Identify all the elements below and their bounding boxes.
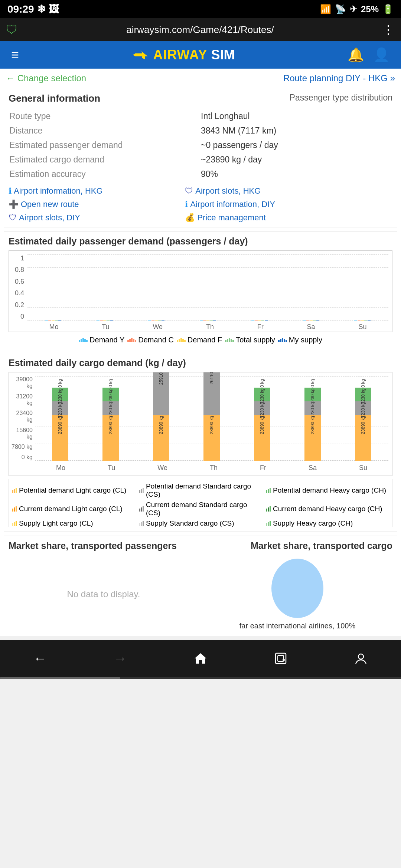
bar-group	[45, 320, 61, 320]
logo-sim: SIM	[211, 47, 235, 63]
x-label: Mo	[56, 464, 65, 472]
y-label: 23400 kg	[9, 410, 33, 423]
legend-label: Demand C	[138, 336, 174, 344]
cargo-legend[interactable]: Potential demand Light cargo (CL)Potenti…	[9, 479, 392, 527]
browser-menu-icon[interactable]: ⋮	[382, 23, 395, 37]
cargo-x-axis: MoTuWeThFrSaSu	[35, 464, 388, 472]
content-area: ← Change selectionRoute planning DIY - H…	[0, 69, 401, 636]
cargo-bar-group: 23890 kg7230 kg7230 kg0 kg	[102, 376, 119, 461]
cargo-bar-segment: 25910 kg	[153, 372, 169, 415]
info-label: Estimated passenger demand	[9, 138, 200, 152]
cargo-legend-label: Current demand Standard cargo (CS)	[146, 501, 262, 517]
cargo-bar-segment: 7230 kg	[52, 388, 68, 401]
y-label: 15600 kg	[9, 427, 33, 440]
profile-icon	[354, 652, 368, 665]
tabs-button[interactable]	[270, 647, 292, 670]
chart-bar	[251, 320, 254, 320]
general-info-table: Route typeIntl LonghaulDistance3843 NM (…	[9, 109, 392, 182]
passenger-chart-legend: Demand YDemand CDemand FTotal supplyMy s…	[9, 336, 392, 344]
cargo-bar-label: 23890 kg	[58, 416, 63, 434]
status-bar: 09:29 ❄ 🖼 📶 📡 ✈ 25% 🔋	[0, 0, 401, 18]
chart-bar	[358, 320, 361, 320]
chart-bar	[162, 320, 164, 320]
cargo-legend-item: Current demand Heavy cargo (CH)	[266, 501, 389, 517]
cargo-legend-item: Potential demand Standard cargo (CS)	[139, 482, 262, 499]
cargo-bottom-label: 0 kg	[310, 379, 315, 388]
info-link[interactable]: ℹAirport information, HKG	[9, 186, 181, 196]
back-button[interactable]: ←	[29, 647, 51, 670]
chart-bar	[203, 320, 206, 320]
info-label: Distance	[9, 124, 200, 138]
x-label: We	[157, 464, 167, 472]
cargo-bar-group: 23890 kg26110 kg7230 kg0 kg	[203, 376, 220, 461]
legend-item: Demand C	[127, 336, 174, 344]
home-button[interactable]	[189, 647, 212, 670]
info-link[interactable]: 💰Price management	[185, 213, 358, 223]
cargo-legend-item: Supply Heavy cargo (CH)	[266, 519, 389, 527]
chart-bar	[265, 320, 268, 320]
scrollbar-thumb[interactable]	[0, 677, 120, 679]
bar-group	[303, 320, 319, 320]
info-label: Route type	[9, 109, 200, 123]
info-links: ℹAirport information, HKG🛡Airport slots,…	[9, 186, 392, 223]
notification-bell-icon[interactable]: 🔔	[348, 47, 364, 63]
cargo-bottom-label: 0 kg	[361, 379, 366, 388]
cargo-bar-label: 23890 kg	[159, 416, 164, 434]
user-profile-icon[interactable]: 👤	[373, 47, 390, 63]
chart-bar	[200, 320, 203, 320]
nav-bar: ≡ AIRWAYSIM 🔔 👤	[0, 41, 401, 69]
change-selection-link[interactable]: ← Change selection	[6, 73, 86, 83]
cargo-legend-label: Supply Light cargo (CL)	[19, 519, 93, 527]
bottom-navigation: ← →	[0, 640, 401, 677]
forward-button[interactable]: →	[109, 647, 131, 670]
cargo-legend-label: Potential demand Standard cargo (CS)	[146, 482, 262, 499]
info-link[interactable]: 🛡Airport slots, DIY	[9, 213, 181, 223]
bar-group	[97, 320, 113, 320]
route-planning-link[interactable]: Route planning DIY - HKG »	[283, 73, 395, 83]
y-label: 0	[9, 313, 24, 320]
hamburger-menu-icon[interactable]: ≡	[11, 47, 19, 63]
market-passengers-half: No data to display.	[9, 557, 199, 631]
chart-bar	[310, 320, 313, 320]
cargo-legend-row: Potential demand Light cargo (CL)Potenti…	[12, 482, 389, 499]
info-link[interactable]: ➕Open new route	[9, 200, 181, 209]
cargo-bar-segment: 23890 kg	[355, 415, 371, 461]
profile-button[interactable]	[350, 647, 372, 670]
cargo-legend-row: Supply Light cargo (CL)Supply Standard c…	[12, 519, 389, 527]
chart-bar	[52, 320, 55, 320]
cargo-bar-segment: 26110 kg	[203, 372, 220, 415]
cargo-bar-group: 23890 kg7230 kg7230 kg0 kg	[304, 376, 321, 461]
cargo-bar-label: 7230 kg	[58, 388, 63, 404]
airplane-icon: ✈	[350, 4, 357, 14]
info-table-row: Estimated passenger demand~0 passengers …	[9, 138, 392, 152]
cargo-legend-item: Potential demand Heavy cargo (CH)	[266, 482, 389, 499]
info-label: Estimation accuracy	[9, 167, 200, 181]
cargo-bar-label: 7230 kg	[260, 402, 265, 418]
chart-bar	[210, 320, 213, 320]
chart-bar	[158, 320, 161, 320]
info-value: ~0 passengers / day	[201, 138, 392, 152]
snowflake-icon: ❄	[37, 3, 46, 15]
no-data-label: No data to display.	[67, 589, 140, 599]
market-share-content: No data to display. far east internation…	[9, 557, 392, 631]
info-table-row: Route typeIntl Longhaul	[9, 109, 392, 123]
info-link[interactable]: ℹAirport information, DIY	[185, 200, 358, 209]
chart-bar	[354, 320, 357, 320]
cargo-bars-container: 23890 kg7230 kg7230 kg0 kg23890 kg7230 k…	[35, 376, 388, 461]
wifi-icon: 📶	[320, 4, 331, 14]
cargo-bar-group: 23890 kg7230 kg7230 kg0 kg	[254, 376, 270, 461]
info-table-row: Distance3843 NM (7117 km)	[9, 124, 392, 138]
cargo-bottom-label: 0 kg	[108, 379, 113, 388]
y-label: 31200 kg	[9, 393, 33, 407]
cargo-bar-label: 26110 kg	[209, 372, 214, 384]
cargo-bar-label: 7230 kg	[310, 388, 315, 404]
legend-item: My supply	[278, 336, 322, 344]
general-info-title: General information	[9, 93, 100, 104]
url-bar[interactable]: airwaysim.com/Game/421/Routes/	[22, 24, 378, 36]
market-passengers-title: Market share, transported passengers	[9, 540, 177, 551]
cargo-legend-item: Potential demand Light cargo (CL)	[12, 482, 135, 499]
cargo-legend-row: Current demand Light cargo (CL)Current d…	[12, 501, 389, 517]
cargo-bar-segment: 23890 kg	[304, 415, 321, 461]
chart-bar	[58, 320, 61, 320]
info-link[interactable]: 🛡Airport slots, HKG	[185, 186, 358, 196]
